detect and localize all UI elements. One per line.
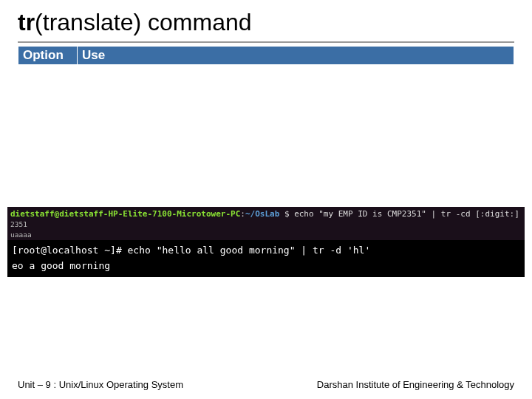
title-command: tr: [18, 9, 35, 35]
slide-title: tr(translate) command: [18, 9, 252, 36]
terminal-screenshot-2: [root@localhost ~]# echo "hello all good…: [7, 240, 525, 277]
terminal-line: dietstaff@dietstaff-HP-Elite-7100-Microt…: [10, 208, 522, 219]
terminal-sep: :: [240, 209, 245, 219]
options-table: Option Use: [18, 46, 514, 65]
terminal-cmd: echo "my EMP ID is CMP2351" | tr -cd [:d…: [294, 209, 519, 219]
terminal-output-2: uaaaa: [10, 230, 522, 239]
terminal-path: ~/OsLab: [245, 209, 279, 219]
terminal-userhost: dietstaff@dietstaff-HP-Elite-7100-Microt…: [10, 209, 240, 219]
footer-right: Darshan Institute of Engineering & Techn…: [317, 379, 514, 390]
title-rest: (translate) command: [35, 9, 251, 35]
terminal-line: [root@localhost ~]# echo "hello all good…: [12, 243, 520, 259]
footer-left: Unit – 9 : Unix/Linux Operating System: [18, 379, 183, 390]
terminal-output-1: 2351: [10, 219, 522, 229]
terminal-output: eo a good morning: [12, 259, 520, 274]
terminal-cmd: echo "hello all good morning" | tr -d 'h…: [128, 245, 371, 256]
title-underline: [18, 41, 514, 43]
terminal-prompt: $: [284, 209, 290, 219]
table-header-row: Option Use: [18, 46, 514, 65]
slide-footer: Unit – 9 : Unix/Linux Operating System D…: [18, 379, 514, 390]
header-option: Option: [18, 47, 78, 64]
terminal-screenshot-1: dietstaff@dietstaff-HP-Elite-7100-Microt…: [7, 207, 525, 241]
header-use: Use: [78, 47, 514, 64]
terminal-prompt: [root@localhost ~]#: [12, 245, 122, 256]
